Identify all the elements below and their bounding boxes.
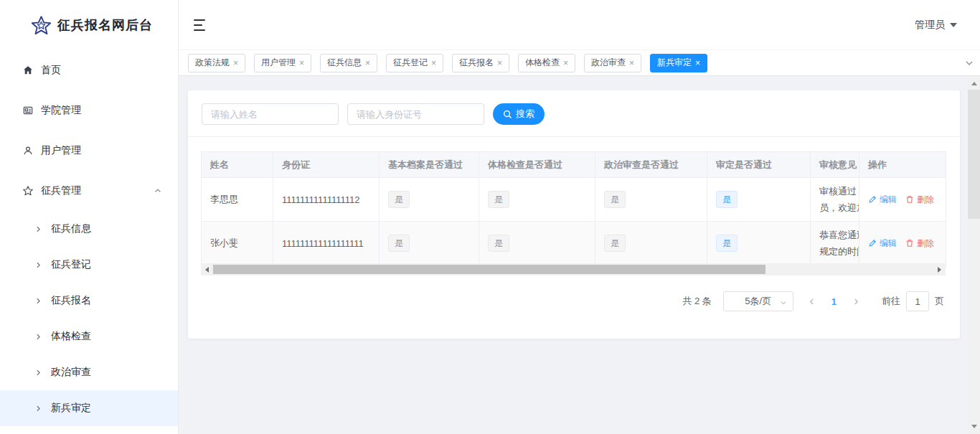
table-row: 李思思 11111111111111112 是 是 是 是 审核通过， 员，欢迎… <box>202 178 946 222</box>
page-size-select[interactable]: 5条/页 <box>723 291 793 311</box>
pencil-icon <box>868 195 877 204</box>
vertical-scrollbar[interactable] <box>968 76 980 434</box>
close-icon[interactable]: × <box>365 59 370 67</box>
scroll-up-arrow-icon[interactable] <box>968 77 980 90</box>
id-number-search-input[interactable] <box>347 103 484 125</box>
page-unit-label: 页 <box>935 295 944 308</box>
admin-label: 管理员 <box>915 19 945 32</box>
scroll-left-arrow-icon[interactable] <box>201 263 213 275</box>
status-badge: 是 <box>604 191 626 208</box>
search-button[interactable]: 搜索 <box>493 103 545 125</box>
chevron-down-icon[interactable] <box>964 58 974 68</box>
sidebar-item-college[interactable]: 学院管理 <box>0 90 178 131</box>
page-size-value: 5条/页 <box>745 295 771 308</box>
close-icon[interactable]: × <box>497 59 502 67</box>
cell-id-number: 11111111111111112 <box>273 178 380 222</box>
tab-conscription-info[interactable]: 征兵信息× <box>320 54 377 72</box>
horizontal-scrollbar-thumb[interactable] <box>213 265 765 274</box>
close-icon[interactable]: × <box>431 59 436 67</box>
sidebar-item-label: 用户管理 <box>41 144 81 157</box>
star-icon <box>22 184 34 197</box>
name-search-input[interactable] <box>202 103 339 125</box>
pencil-icon <box>868 239 877 247</box>
goto-label: 前往 <box>882 295 900 308</box>
admin-dropdown[interactable]: 管理员 <box>915 0 957 50</box>
sidebar-subitem-political[interactable]: 政治审查 <box>0 354 178 390</box>
sidebar-item-home[interactable]: 首页 <box>0 50 178 90</box>
close-icon[interactable]: × <box>299 59 304 67</box>
tab-political-review[interactable]: 政治审查× <box>584 54 641 72</box>
edit-button[interactable]: 编辑 <box>868 194 897 206</box>
app-title: 征兵报名网后台 <box>57 16 153 34</box>
status-badge: 是 <box>716 191 738 208</box>
sidebar-item-users[interactable]: 用户管理 <box>0 131 178 171</box>
goto-page-input[interactable] <box>906 291 929 311</box>
status-badge: 是 <box>488 235 509 252</box>
star-logo-icon <box>32 16 51 35</box>
sidebar-subitem-info[interactable]: 征兵信息 <box>0 211 178 247</box>
topbar: 管理员 <box>179 0 980 50</box>
tab-label: 征兵信息 <box>327 57 362 69</box>
sidebar-item-conscription[interactable]: 征兵管理 <box>0 171 178 211</box>
delete-label: 删除 <box>917 194 934 206</box>
pagination-total: 共 2 条 <box>682 295 711 308</box>
chevron-right-icon <box>34 333 42 341</box>
delete-button[interactable]: 删除 <box>905 194 934 206</box>
col-header-id: 身份证 <box>273 152 380 178</box>
close-icon[interactable]: × <box>695 59 700 67</box>
tab-recruit-review[interactable]: 新兵审定× <box>650 54 707 72</box>
close-icon[interactable]: × <box>629 59 634 67</box>
caret-down-icon <box>950 23 957 27</box>
sidebar-item-label: 征兵管理 <box>41 184 81 197</box>
tab-conscription-signup[interactable]: 征兵报名× <box>452 54 509 72</box>
sidebar-subitem-label: 征兵登记 <box>51 258 91 271</box>
tabbar: 政策法规× 用户管理× 征兵信息× 征兵登记× 征兵报名× 体格检查× 政治审查… <box>179 50 980 76</box>
col-header-actions: 操作 <box>859 152 946 178</box>
review-opinion: 恭喜您通过 规定的时间 <box>819 227 859 260</box>
scroll-right-arrow-icon[interactable] <box>933 263 946 275</box>
recruit-review-table: 姓名 身份证 基本档案是否通过 体格检查是否通过 政治审查是否通过 审定是否通过… <box>201 151 946 265</box>
delete-label: 删除 <box>917 237 934 250</box>
chevron-right-icon <box>34 297 42 305</box>
status-badge: 是 <box>716 235 738 252</box>
table-row: 张小斐 111111111111111111 是 是 是 是 恭喜您通过 规定的… <box>202 222 946 265</box>
col-header-physical-pass: 体格检查是否通过 <box>479 152 595 178</box>
edit-button[interactable]: 编辑 <box>868 237 897 250</box>
tab-physical-exam[interactable]: 体格检查× <box>518 54 575 72</box>
tab-label: 新兵审定 <box>657 57 692 69</box>
edit-label: 编辑 <box>880 237 897 250</box>
sidebar-subitem-register[interactable]: 征兵登记 <box>0 247 178 283</box>
sidebar-subitem-review[interactable]: 新兵审定 <box>0 390 178 426</box>
menu-fold-icon[interactable] <box>194 19 206 31</box>
prev-page-button[interactable] <box>808 298 816 306</box>
chevron-up-icon <box>154 187 162 195</box>
sidebar-subitem-label: 体格检查 <box>51 330 91 343</box>
tab-label: 政治审查 <box>591 57 626 69</box>
search-icon <box>503 110 512 119</box>
tab-label: 征兵登记 <box>393 57 428 69</box>
app-root: 征兵报名网后台 首页 学院管理 <box>0 0 980 434</box>
close-icon[interactable]: × <box>563 59 568 67</box>
search-button-label: 搜索 <box>516 108 534 121</box>
chevron-right-icon <box>34 225 42 233</box>
home-icon <box>22 64 34 77</box>
card-icon <box>22 104 34 117</box>
tab-conscription-register[interactable]: 征兵登记× <box>386 54 443 72</box>
current-page-number[interactable]: 1 <box>831 296 837 307</box>
pagination-goto: 前往 页 <box>882 291 944 311</box>
sidebar-subitem-label: 政治审查 <box>51 366 91 379</box>
close-icon[interactable]: × <box>233 59 238 67</box>
tab-policy[interactable]: 政策法规× <box>188 54 245 72</box>
sidebar-subitem-label: 新兵审定 <box>51 402 91 415</box>
vertical-scrollbar-thumb[interactable] <box>968 90 980 219</box>
tab-label: 用户管理 <box>261 57 296 69</box>
delete-button[interactable]: 删除 <box>905 237 934 250</box>
sidebar-subitem-physical[interactable]: 体格检查 <box>0 319 178 354</box>
sidebar-subitem-signup[interactable]: 征兵报名 <box>0 283 178 319</box>
horizontal-scrollbar[interactable] <box>201 263 946 275</box>
scroll-down-arrow-icon[interactable] <box>968 420 980 433</box>
tab-user-management[interactable]: 用户管理× <box>254 54 311 72</box>
col-header-basic-pass: 基本档案是否通过 <box>380 152 479 178</box>
next-page-button[interactable] <box>852 298 860 306</box>
status-badge: 是 <box>388 191 410 208</box>
